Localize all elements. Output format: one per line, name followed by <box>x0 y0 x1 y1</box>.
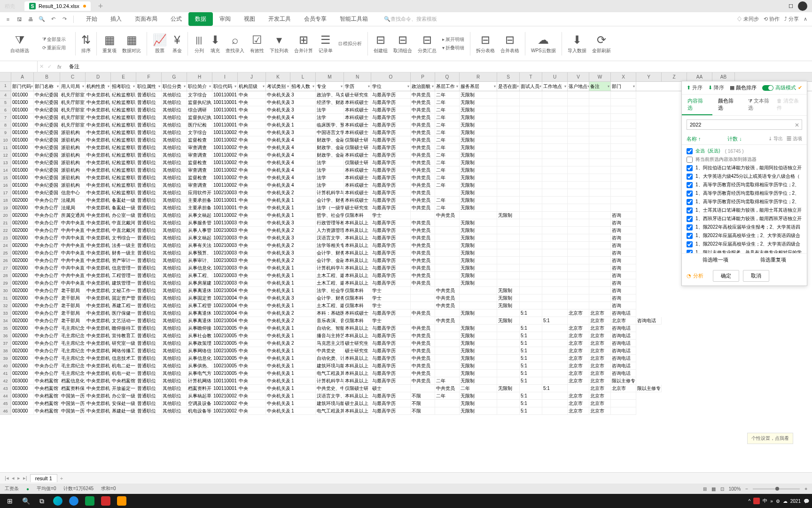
filter-item-checkbox[interactable] <box>687 190 693 197</box>
data-cell[interactable] <box>568 144 589 151</box>
merge-table-button[interactable]: ⊟合并表格 <box>499 32 521 55</box>
data-cell[interactable]: 文书综合一 <box>111 234 136 242</box>
data-cell[interactable]: 中央机关及 <box>266 362 290 370</box>
filter-header-cell[interactable]: 学位▾ <box>371 82 411 91</box>
row-header[interactable]: 32 <box>0 302 11 310</box>
data-cell[interactable] <box>497 332 520 340</box>
data-cell[interactable]: 二年 <box>435 204 460 212</box>
data-cell[interactable]: 仅限本科 <box>344 317 371 325</box>
data-cell[interactable]: 中央党群机 <box>86 234 111 242</box>
data-cell[interactable]: 001000 <box>11 91 34 99</box>
filter-header-cell[interactable]: 部门名称▾ <box>34 82 60 91</box>
data-cell[interactable] <box>435 227 460 234</box>
ime-icon[interactable] <box>753 498 760 504</box>
data-cell[interactable]: 中央档案馆 <box>34 385 60 392</box>
data-cell[interactable]: 1 <box>290 121 316 129</box>
data-cell[interactable]: 无限制 <box>460 219 497 227</box>
zoom-in-icon[interactable]: + <box>804 486 807 492</box>
data-cell[interactable]: 无限制 <box>460 204 497 212</box>
data-cell[interactable]: 100110001 <box>212 197 238 204</box>
data-cell[interactable]: 中共中央直 <box>60 257 86 264</box>
data-cell[interactable]: 咨询电话 <box>611 325 636 332</box>
data-cell[interactable] <box>589 197 611 204</box>
data-cell[interactable]: 信息中心 <box>60 189 86 197</box>
record-button[interactable]: ☰记录单 <box>317 32 335 55</box>
data-cell[interactable]: 中共党员 <box>435 317 460 325</box>
reapply-button[interactable]: ⟳重新应用 <box>40 44 68 52</box>
data-cell[interactable]: 003000 <box>11 377 34 385</box>
data-cell[interactable]: 与最高学历 <box>371 174 411 182</box>
data-cell[interactable]: 会计学、财务 <box>316 249 344 257</box>
data-cell[interactable]: 中央档案馆 <box>34 407 60 415</box>
data-cell[interactable]: 中央纪委国 <box>34 144 60 151</box>
show-all-button[interactable]: ⧩全部显示 <box>40 35 68 44</box>
sort-asc-button[interactable]: ⬆升序 <box>687 84 703 91</box>
data-cell[interactable]: 审查调查 <box>187 151 212 159</box>
data-cell[interactable]: 中央党群机 <box>86 279 111 287</box>
filter-header-cell[interactable]: 招考职位▾ <box>111 82 136 91</box>
ribbon-tab-5[interactable]: 审阅 <box>213 12 237 26</box>
fx-icon[interactable]: fx <box>54 64 65 70</box>
data-cell[interactable]: 医疗纪检 <box>187 121 212 129</box>
data-cell[interactable]: 中共党员 <box>411 227 435 234</box>
data-cell[interactable]: 从事稿起草 <box>187 392 212 400</box>
data-cell[interactable]: 北京市 <box>589 310 611 317</box>
col-header[interactable]: W <box>589 72 611 81</box>
advanced-mode-toggle[interactable]: 高级模式 ✔ <box>762 84 802 91</box>
filter-header-cell[interactable]: 是否在面▾ <box>497 82 520 91</box>
data-cell[interactable]: 无限制 <box>460 279 497 287</box>
filter-header-cell[interactable]: 服务基层▾ <box>460 82 497 91</box>
data-cell[interactable] <box>497 167 520 174</box>
data-cell[interactable] <box>589 167 611 174</box>
data-cell[interactable]: 审查调查 <box>187 167 212 174</box>
filter-dropdown-icon[interactable]: ▾ <box>312 82 314 91</box>
row-header[interactable]: 29 <box>0 279 11 287</box>
ribbon-tab-9[interactable]: 智能工具箱 <box>333 12 375 26</box>
options-button[interactable]: ☰ 选项 <box>787 135 802 143</box>
row-header[interactable]: 44 <box>0 392 11 400</box>
file-tab[interactable]: S Result_10.24.xlsx <box>24 1 91 11</box>
data-cell[interactable] <box>589 99 611 106</box>
data-cell[interactable]: 其他职位 <box>162 174 187 182</box>
data-cell[interactable] <box>589 189 611 197</box>
data-cell[interactable] <box>497 91 520 99</box>
data-cell[interactable] <box>589 272 611 279</box>
collapse-button[interactable]: ▾折叠明细 <box>440 44 466 52</box>
row-header[interactable]: 25 <box>0 249 11 257</box>
data-cell[interactable] <box>542 264 568 272</box>
row-header[interactable]: 45 <box>0 400 11 407</box>
data-cell[interactable]: 机关厅部室 <box>60 91 86 99</box>
col-header[interactable]: B <box>34 72 60 81</box>
data-cell[interactable]: 仅限硕士研 <box>344 144 371 151</box>
data-cell[interactable] <box>460 302 497 310</box>
data-cell[interactable]: 其他职位 <box>162 219 187 227</box>
data-cell[interactable] <box>568 204 589 212</box>
data-cell[interactable]: 中央办公厅 <box>34 234 60 242</box>
data-cell[interactable] <box>497 197 520 204</box>
data-cell[interactable] <box>520 212 542 219</box>
col-header[interactable]: C <box>60 72 86 81</box>
data-cell[interactable]: 001000 <box>11 144 34 151</box>
data-cell[interactable]: 汉语言文学、 <box>316 234 344 242</box>
data-cell[interactable]: 中央党群机 <box>86 136 111 144</box>
data-cell[interactable] <box>520 189 542 197</box>
auto-filter-button[interactable]: ⧩ 自动筛选 <box>8 32 31 55</box>
data-cell[interactable] <box>497 407 520 415</box>
data-cell[interactable] <box>568 302 589 310</box>
data-cell[interactable] <box>611 129 636 136</box>
data-cell[interactable]: 音乐表演、音 <box>316 317 344 325</box>
data-cell[interactable]: 二年 <box>435 114 460 121</box>
data-cell[interactable]: 中央机关及 <box>266 182 290 189</box>
data-cell[interactable]: 无限制 <box>460 182 497 189</box>
data-cell[interactable]: 普通职位 <box>136 136 162 144</box>
data-cell[interactable]: 从事固定资 <box>187 294 212 302</box>
data-cell[interactable]: 其他职位 <box>162 279 187 287</box>
data-cell[interactable]: 5:1 <box>520 377 542 385</box>
filter-header-cell[interactable]: 落户地点▾ <box>568 82 589 91</box>
data-cell[interactable]: 2 <box>290 189 316 197</box>
data-cell[interactable]: 中共中央直 <box>60 249 86 257</box>
data-cell[interactable]: 4 <box>290 174 316 182</box>
data-cell[interactable]: 中央 <box>238 136 266 144</box>
data-cell[interactable]: 中央 <box>238 332 266 340</box>
data-cell[interactable]: 中共党史、中 <box>316 385 344 392</box>
